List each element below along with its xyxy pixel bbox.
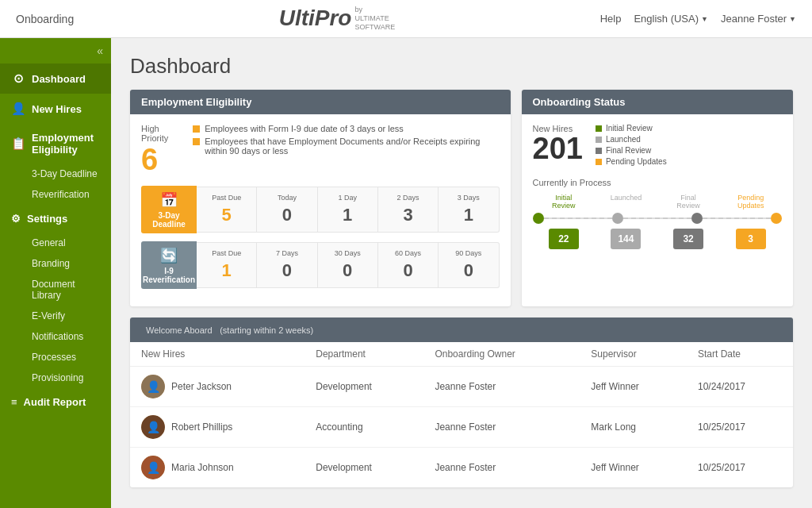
process-connector [703,217,771,219]
user-caret: ▼ [789,15,796,23]
legend-color [596,125,602,132]
process-badge-final: 32 [673,229,703,249]
user-menu[interactable]: Jeanne Foster ▼ [721,13,796,25]
stat-7days: 7 Days 0 [257,243,317,287]
calendar-icon: 📅 [160,191,178,209]
three-day-label-text: 3-DayDeadline [152,211,186,229]
high-priority-row: High Priority 6 Employees with Form I-9 … [141,124,500,175]
sidebar-item-employment-eligibility[interactable]: 📋 Employment Eligibility [0,124,111,164]
welcome-subtitle: (starting within 2 weeks) [220,325,313,335]
process-dot-initial [533,213,544,224]
stat-past-due: Past Due 5 [197,187,257,232]
legend-color [596,148,602,154]
table-row: 👤 Maria Johnson Development Jeanne Foste… [130,448,793,488]
sidebar-sub-notifications[interactable]: Notifications [0,326,111,347]
stat-1day: 1 Day 1 [318,187,378,232]
reverification-stats: Past Due 1 7 Days 0 30 Days 0 [197,242,500,288]
employee-name: Peter Jackson [171,381,232,392]
sidebar-sub-reverification[interactable]: Reverification [0,184,111,205]
sidebar-sub-provisioning[interactable]: Provisioning [0,368,111,388]
start-date-cell: 10/24/2017 [687,367,793,407]
sidebar-sub-branding[interactable]: Branding [0,253,111,274]
sidebar-item-new-hires[interactable]: 👤 New Hires [0,94,111,124]
stat-3days: 3 Days 1 [439,187,498,232]
avatar: 👤 [141,375,165,398]
three-day-stats: Past Due 5 Today 0 1 Day 1 [197,187,500,233]
new-hires-count-section: New Hires 201 [533,124,583,164]
settings-icon: ⚙ [11,213,21,225]
currently-in-process-label: Currently in Process [533,178,783,187]
stat-value: 1 [442,205,495,225]
welcome-table: New Hires Department Onboarding Owner Su… [130,342,793,487]
sidebar-sub-document-library[interactable]: Document Library [0,274,111,306]
sidebar-item-dashboard[interactable]: ⊙ Dashboard [0,64,111,94]
sidebar: « ⊙ Dashboard 👤 New Hires 📋 Employment E… [0,38,111,508]
table-row: 👤 Peter Jackson Development Jeanne Foste… [130,367,793,407]
three-day-row-card: 📅 3-DayDeadline Past Due 5 Today 0 [141,186,500,233]
stat-value: 0 [381,260,435,281]
logo: UltiPro by ULTIMATE SOFTWARE [279,6,395,31]
sidebar-item-settings[interactable]: ⚙ Settings [0,205,111,233]
sidebar-item-audit-report[interactable]: ≡ Audit Report [0,388,111,416]
process-dot-launched [612,213,623,224]
stat-value: 0 [321,260,374,281]
sidebar-sub-general[interactable]: General [0,233,111,253]
dashboard-icon: ⊙ [11,71,25,86]
high-priority-number: 6 [141,144,180,175]
page-title: Dashboard [130,54,793,79]
name-cell: 👤 Maria Johnson [130,448,304,488]
content-area: Dashboard Employment Eligibility High Pr… [111,38,812,508]
sidebar-sub-processes[interactable]: Processes [0,347,111,368]
help-link[interactable]: Help [600,13,622,25]
onboarding-status-body: New Hires 201 Initial Review Launched [522,114,794,259]
start-date-cell: 10/25/2017 [687,448,793,488]
process-label-initial: InitialReview [544,194,584,210]
high-priority-section: High Priority 6 [141,124,180,175]
sidebar-sub-3day[interactable]: 3-Day Deadline [0,164,111,184]
table-row: 👤 Robert Phillips Accounting Jeanne Fost… [130,407,793,448]
supervisor-cell: Mark Long [580,407,687,448]
process-dot-final [691,213,703,224]
department-cell: Accounting [304,407,423,448]
process-badges: 22 144 32 3 [533,229,783,249]
sidebar-sub-everify[interactable]: E-Verify [0,306,111,326]
reverification-label-text: I-9Reverification [143,267,195,284]
stat-label: Today [260,194,313,202]
sidebar-item-label: Dashboard [32,73,86,85]
stat-value: 3 [381,205,435,225]
legend-label: Initial Review [606,124,653,133]
stat-label: 3 Days [442,194,495,202]
audit-icon: ≡ [11,396,17,408]
bullet-text: Employees with Form I-9 due date of 3 da… [205,124,404,133]
onboarding-status-header: Onboarding Status [522,90,794,114]
language-caret: ▼ [701,15,708,23]
employee-name: Maria Johnson [171,462,234,473]
legend-item: Pending Updates [596,157,667,166]
department-cell: Development [304,367,423,407]
sidebar-collapse-button[interactable]: « [0,38,111,64]
legend-color [596,159,602,165]
process-connector [623,217,691,219]
reverification-label: 🔄 I-9Reverification [141,241,197,289]
process-badge-pending: 3 [736,229,766,249]
bullet-text: Employees that have Employment Documents… [205,137,499,156]
stat-label: 7 Days [260,249,313,257]
employment-eligibility-header: Employment Eligibility [130,90,511,114]
process-dot-pending [771,213,782,224]
stat-value: 0 [442,260,495,281]
stat-value: 1 [321,205,374,225]
sidebar-item-label: New Hires [32,103,82,115]
welcome-title: Welcome Aboard [146,325,213,335]
process-line-row [533,213,783,224]
stat-label: 2 Days [381,194,435,202]
process-label-final: FinalReview [668,194,708,210]
legend-label: Pending Updates [606,157,667,166]
app-name: Onboarding [16,13,74,25]
reverification-row-card: 🔄 I-9Reverification Past Due 1 7 Days 0 [141,241,500,289]
new-hires-row: New Hires 201 Initial Review Launched [533,124,783,168]
avatar: 👤 [141,415,165,439]
col-new-hires: New Hires [130,342,304,367]
language-selector[interactable]: English (USA) ▼ [634,13,708,25]
table-header-row: New Hires Department Onboarding Owner Su… [130,342,793,367]
owner-cell: Jeanne Foster [423,407,580,448]
